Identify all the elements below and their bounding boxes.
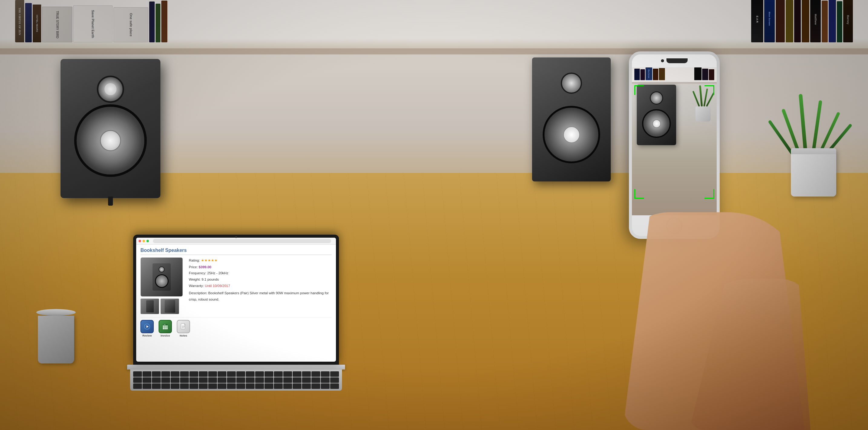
keyboard-key[interactable]	[189, 371, 198, 377]
book-label: HOTEL NEARS	[36, 15, 38, 32]
keyboard-key[interactable]	[199, 377, 208, 383]
keyboard-key[interactable]	[171, 377, 180, 383]
keyboard-key[interactable]	[330, 377, 339, 383]
product-actions: Review	[141, 317, 332, 337]
book-label: Matthew	[814, 14, 817, 25]
keyboard-key[interactable]	[171, 384, 180, 389]
keyboard-key[interactable]	[283, 371, 292, 377]
description-text: Bookshelf Speakers (Pair) Silver metal w…	[189, 291, 329, 301]
keyboard-key[interactable]	[218, 371, 226, 377]
keyboard-key[interactable]	[311, 384, 320, 389]
keyboard-key[interactable]	[152, 371, 161, 377]
keyboard-key[interactable]	[227, 384, 236, 389]
notes-icon[interactable]	[177, 320, 190, 333]
invoice-label: Invoice	[160, 334, 170, 337]
keyboard-key[interactable]	[180, 384, 189, 389]
book-label: One safe place	[129, 13, 133, 37]
keyboard-key[interactable]	[311, 377, 320, 383]
keyboard-key[interactable]	[293, 371, 302, 377]
keyboard-key[interactable]	[227, 371, 236, 377]
keyboard-key[interactable]	[293, 384, 302, 389]
keyboard-key[interactable]	[302, 377, 311, 383]
keyboard-key[interactable]	[143, 377, 151, 383]
keyboard-key[interactable]	[161, 384, 170, 389]
invoice-button[interactable]: XLS Invoice	[159, 320, 172, 337]
description-row: Description: Bookshelf Speakers (Pair) S…	[189, 290, 332, 302]
keyboard-key[interactable]	[133, 377, 142, 383]
review-button[interactable]: Review	[141, 320, 154, 337]
keyboard-key[interactable]	[255, 371, 264, 377]
keyboard-key[interactable]	[189, 377, 198, 383]
keyboard-key[interactable]	[265, 371, 273, 377]
keyboard-key[interactable]	[180, 371, 189, 377]
laptop-screen: Bookshelf Speakers	[136, 238, 336, 362]
keyboard-key[interactable]	[246, 371, 254, 377]
notes-button[interactable]: Notes	[177, 320, 190, 337]
keyboard-key[interactable]	[161, 377, 170, 383]
book	[837, 1, 842, 42]
keyboard-key[interactable]	[133, 384, 142, 389]
keyboard-key[interactable]	[152, 384, 161, 389]
product-page: Bookshelf Speakers	[136, 245, 336, 340]
keyboard-key[interactable]	[274, 371, 283, 377]
keyboard-key[interactable]	[255, 384, 264, 389]
keyboard-key[interactable]	[143, 371, 151, 377]
keyboard-key[interactable]	[255, 377, 264, 383]
keyboard-key[interactable]	[330, 371, 339, 377]
keyboard-key[interactable]	[321, 371, 330, 377]
review-icon[interactable]	[141, 320, 154, 333]
keyboard-key[interactable]	[283, 377, 292, 383]
keyboard-key[interactable]	[246, 384, 254, 389]
speaker-tweeter	[97, 76, 124, 103]
phone-screen: Blue Screen	[632, 67, 717, 215]
product-thumb-1[interactable]	[141, 298, 159, 314]
keyboard-key[interactable]	[265, 377, 273, 383]
keyboard-key[interactable]	[321, 384, 330, 389]
product-image-area	[141, 257, 186, 314]
speaker-left	[61, 59, 166, 204]
keyboard-key[interactable]	[152, 377, 161, 383]
keyboard-key[interactable]	[311, 371, 320, 377]
keyboard-key[interactable]	[199, 371, 208, 377]
keyboard-key[interactable]	[143, 384, 151, 389]
keyboard-key[interactable]	[171, 371, 180, 377]
keyboard-key[interactable]	[227, 377, 236, 383]
frequency-row: Frequency: 25Hz - 20kHz	[189, 270, 332, 276]
rating-label: Rating:	[189, 259, 200, 262]
book	[161, 1, 167, 42]
keyboard-key[interactable]	[293, 377, 302, 383]
keyboard-key[interactable]	[208, 371, 217, 377]
speaker-stand	[108, 197, 113, 206]
keyboard-key[interactable]	[208, 384, 217, 389]
weight-row: Weight: 9.1 pounds	[189, 276, 332, 283]
keyboard-key[interactable]	[283, 384, 292, 389]
keyboard-key[interactable]	[302, 371, 311, 377]
keyboard-key[interactable]	[302, 384, 311, 389]
pen-holder-rim	[36, 309, 76, 316]
keyboard-key[interactable]	[236, 377, 245, 383]
keyboard-key[interactable]	[218, 377, 226, 383]
keyboard-key[interactable]	[133, 371, 142, 377]
keyboard-key[interactable]	[218, 384, 226, 389]
keyboard-key[interactable]	[199, 384, 208, 389]
ar-bracket-tl	[634, 85, 644, 95]
keyboard-key[interactable]	[274, 377, 283, 383]
book: TRUE STORY BIRD	[42, 7, 72, 42]
spreadsheet-icon: XLS	[162, 323, 168, 330]
pen-holder	[36, 309, 76, 363]
keyboard-key[interactable]	[330, 384, 339, 389]
keyboard-key[interactable]	[321, 377, 330, 383]
keyboard-key[interactable]	[265, 384, 273, 389]
laptop-screen-assembly: Bookshelf Speakers	[133, 235, 339, 365]
keyboard-key[interactable]	[236, 371, 245, 377]
product-thumb-2[interactable]	[160, 298, 179, 314]
keyboard-key[interactable]	[274, 384, 283, 389]
invoice-icon[interactable]: XLS	[159, 320, 172, 333]
keyboard-key[interactable]	[189, 384, 198, 389]
keyboard-key[interactable]	[208, 377, 217, 383]
keyboard-key[interactable]	[246, 377, 254, 383]
plant-right	[783, 88, 844, 197]
keyboard-key[interactable]	[161, 371, 170, 377]
keyboard-key[interactable]	[236, 384, 245, 389]
keyboard-key[interactable]	[180, 377, 189, 383]
